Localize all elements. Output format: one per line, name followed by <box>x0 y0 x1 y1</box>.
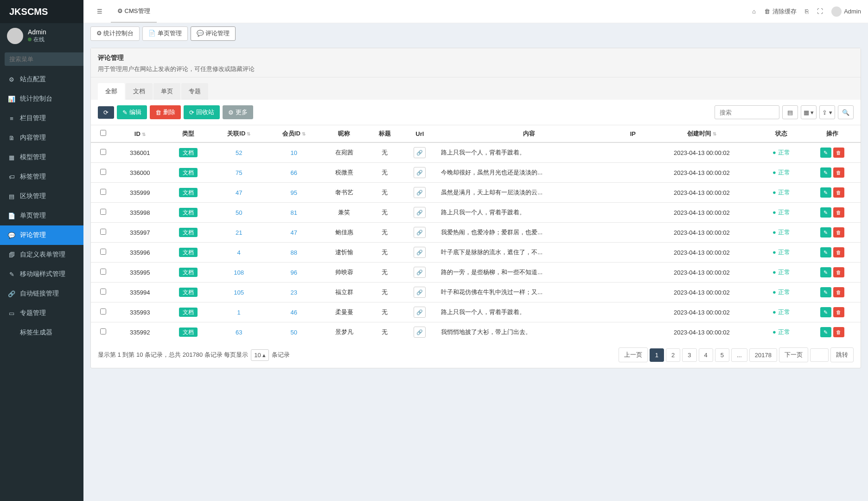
column-header[interactable]: 内容 <box>437 125 621 143</box>
sidebar-item[interactable]: 💬评论管理 <box>0 225 83 245</box>
menu-toggle-icon[interactable]: ☰ <box>90 1 109 21</box>
page-button[interactable]: 1 <box>650 348 664 362</box>
fullscreen-icon[interactable]: ⛶ <box>817 8 823 15</box>
select-all-checkbox[interactable] <box>100 130 106 136</box>
page-button[interactable]: 2 <box>666 348 680 362</box>
row-delete-button[interactable]: 🗑 <box>833 287 844 297</box>
url-button[interactable]: 🔗 <box>414 187 426 198</box>
row-edit-button[interactable]: ✎ <box>820 227 831 238</box>
page-button[interactable]: 4 <box>699 348 713 362</box>
sidebar-item[interactable]: ▤区块管理 <box>0 186 83 206</box>
member-link[interactable]: 88 <box>290 249 297 256</box>
row-checkbox[interactable] <box>100 289 106 295</box>
row-delete-button[interactable]: 🗑 <box>833 207 844 218</box>
per-page-select[interactable]: 10 ▴ <box>251 349 269 361</box>
column-header[interactable]: ID <box>115 125 165 143</box>
toolbar-button[interactable]: 💬 评论管理 <box>191 26 236 41</box>
rel-link[interactable]: 75 <box>236 169 242 176</box>
page-button[interactable]: 20178 <box>749 348 777 362</box>
delete-button[interactable]: 🗑 删除 <box>150 105 181 119</box>
rel-link[interactable]: 4 <box>237 249 241 256</box>
grid-icon[interactable]: ▦ ▾ <box>801 105 817 119</box>
toolbar-button[interactable]: 📄 单页管理 <box>142 26 187 41</box>
url-button[interactable]: 🔗 <box>414 267 426 278</box>
row-edit-button[interactable]: ✎ <box>820 207 831 218</box>
avatar[interactable] <box>7 28 23 44</box>
sidebar-item[interactable]: 🗎内容管理 <box>0 128 83 148</box>
rel-link[interactable]: 50 <box>236 209 242 216</box>
prev-button[interactable]: 上一页 <box>619 347 648 362</box>
row-delete-button[interactable]: 🗑 <box>833 307 844 317</box>
row-edit-button[interactable]: ✎ <box>820 187 831 198</box>
table-search-input[interactable] <box>715 105 779 119</box>
column-header[interactable]: 标题 <box>367 125 402 143</box>
row-edit-button[interactable]: ✎ <box>820 287 831 297</box>
column-header[interactable]: 昵称 <box>321 125 367 143</box>
member-link[interactable]: 23 <box>290 289 297 296</box>
member-link[interactable]: 47 <box>290 229 297 236</box>
row-checkbox[interactable] <box>100 269 106 275</box>
column-header[interactable]: 类型 <box>165 125 211 143</box>
member-link[interactable]: 50 <box>290 329 297 336</box>
jump-button[interactable]: 跳转 <box>830 347 854 362</box>
edit-button[interactable]: ✎ 编辑 <box>117 105 147 119</box>
sidebar-item[interactable]: ▭专题管理 <box>0 303 83 323</box>
column-header[interactable]: 操作 <box>804 125 861 143</box>
row-checkbox[interactable] <box>100 169 106 175</box>
column-header[interactable]: Url <box>402 125 438 143</box>
toolbar-button[interactable]: ⚙ 统计控制台 <box>90 26 140 41</box>
sidebar-item[interactable]: 🔗自动链接管理 <box>0 284 83 303</box>
sub-tab[interactable]: 专题 <box>181 83 208 100</box>
row-delete-button[interactable]: 🗑 <box>833 227 844 238</box>
row-checkbox[interactable] <box>100 209 106 215</box>
row-edit-button[interactable]: ✎ <box>820 247 831 257</box>
url-button[interactable]: 🔗 <box>414 207 426 218</box>
home-icon[interactable]: ⌂ <box>752 8 756 15</box>
row-delete-button[interactable]: 🗑 <box>833 267 844 277</box>
url-button[interactable]: 🔗 <box>414 307 426 318</box>
rel-link[interactable]: 63 <box>236 329 242 336</box>
row-delete-button[interactable]: 🗑 <box>833 247 844 257</box>
rel-link[interactable]: 1 <box>237 309 241 316</box>
url-button[interactable]: 🔗 <box>414 167 426 178</box>
refresh-button[interactable]: ⟳ <box>98 106 114 119</box>
rel-link[interactable]: 105 <box>234 289 244 296</box>
row-edit-button[interactable]: ✎ <box>820 167 831 178</box>
brand-logo[interactable]: JKSCMS <box>0 0 83 23</box>
rel-link[interactable]: 108 <box>234 269 244 276</box>
member-link[interactable]: 81 <box>290 209 297 216</box>
sidebar-item[interactable]: 📊统计控制台 <box>0 89 83 109</box>
url-button[interactable]: 🔗 <box>414 227 426 238</box>
page-button[interactable]: 3 <box>682 348 696 362</box>
rel-link[interactable]: 21 <box>236 229 242 236</box>
row-edit-button[interactable]: ✎ <box>820 148 831 158</box>
column-header[interactable]: 创建时间 <box>645 125 759 143</box>
url-button[interactable]: 🔗 <box>414 327 426 338</box>
more-button[interactable]: ⚙ 更多 <box>223 105 253 119</box>
sidebar-item[interactable]: 🗐自定义表单管理 <box>0 245 83 264</box>
row-delete-button[interactable]: 🗑 <box>833 187 844 198</box>
url-button[interactable]: 🔗 <box>414 287 426 298</box>
row-checkbox[interactable] <box>100 229 106 235</box>
column-header[interactable]: 状态 <box>759 125 804 143</box>
sidebar-item[interactable]: ▦模型管理 <box>0 148 83 167</box>
column-header[interactable] <box>91 125 115 143</box>
cache-icon[interactable]: ⎘ <box>805 8 809 15</box>
member-link[interactable]: 46 <box>290 309 297 316</box>
rel-link[interactable]: 52 <box>236 149 242 156</box>
page-button[interactable]: 5 <box>715 348 729 362</box>
row-edit-button[interactable]: ✎ <box>820 267 831 277</box>
search-input[interactable] <box>5 52 83 66</box>
row-delete-button[interactable]: 🗑 <box>833 148 844 158</box>
clear-cache[interactable]: 🗑 清除缓存 <box>764 7 797 16</box>
advanced-search-icon[interactable]: 🔍 <box>838 105 854 119</box>
topnav-tab[interactable]: ⚙ CMS管理 <box>111 0 157 23</box>
sidebar-item[interactable]: ✎移动端样式管理 <box>0 264 83 284</box>
member-link[interactable]: 10 <box>290 149 297 156</box>
sidebar-item[interactable]: 标签生成器 <box>0 323 83 342</box>
column-header[interactable]: IP <box>621 125 645 143</box>
row-checkbox[interactable] <box>100 149 106 155</box>
column-header[interactable]: 会员ID <box>266 125 321 143</box>
row-checkbox[interactable] <box>100 328 106 334</box>
url-button[interactable]: 🔗 <box>414 247 426 258</box>
